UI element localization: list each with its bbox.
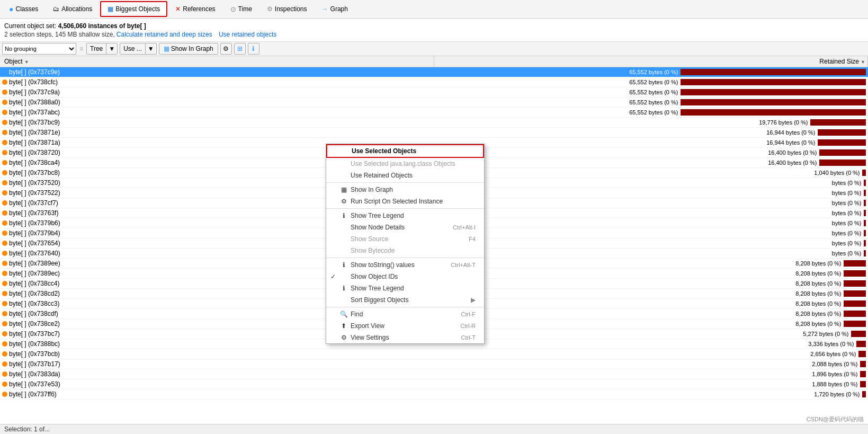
info-icon-btn[interactable]: ℹ (248, 43, 259, 55)
orange-dot (2, 170, 7, 175)
table-row[interactable]: byte[ ] (0x737bc9)19,776 bytes (0 %) (0, 118, 868, 128)
menu-checkmark: ✓ (330, 273, 337, 280)
object-name: byte[ ] (0x737bc9) (9, 119, 60, 126)
orange-dot (2, 130, 7, 135)
object-name: byte[ ] (0x7379b4) (9, 229, 60, 237)
tree-dropdown[interactable]: Tree ▼ (86, 43, 118, 55)
menu-item-show-tree-legend2[interactable]: ℹShow Tree Legend (326, 282, 484, 294)
tree-dropdown-arrow[interactable]: ▼ (106, 43, 117, 54)
menu-item-show-node-details[interactable]: Show Node DetailsCtrl+Alt-I (326, 222, 484, 233)
retained-cell: 16,944 bytes (0 %) (434, 128, 867, 138)
object-column-header[interactable]: Object ▼ (0, 56, 434, 67)
retained-cell: 8,208 bytes (0 %) (434, 289, 867, 299)
calculate-retained-link[interactable]: Calculate retained and deep sizes (117, 31, 212, 38)
menu-item-show-tree-legend[interactable]: ℹShow Tree Legend (326, 210, 484, 222)
orange-dot (2, 351, 7, 357)
use-dropdown-arrow[interactable]: ▼ (145, 43, 156, 54)
retained-value: bytes (0 %) (798, 200, 862, 206)
use-label: Use ... (120, 44, 145, 54)
table-row[interactable]: byte[ ] (0x738cfc)65,552 bytes (0 %) (0, 77, 868, 87)
tab-time[interactable]: ⊙ Time (223, 2, 259, 17)
table-row[interactable]: byte[ ] (0x7388a0)65,552 bytes (0 %) (0, 98, 868, 108)
retained-bar (844, 280, 866, 287)
menu-item-show-in-graph[interactable]: ▦Show In Graph (326, 184, 484, 196)
orange-dot (2, 371, 7, 377)
retained-cell: 2,656 bytes (0 %) (434, 349, 867, 359)
show-in-graph-btn[interactable]: ▦ Show In Graph (159, 43, 218, 55)
retained-cell: 65,552 bytes (0 %) (434, 108, 867, 118)
object-name: byte[ ] (0x738cdf) (9, 310, 58, 317)
table-row[interactable]: byte[ ] (0x737c9e)65,552 bytes (0 %) (0, 67, 868, 77)
tab-classes-label: Classes (15, 5, 38, 13)
info-bar: Current object set: 4,506,060 instances … (0, 19, 868, 42)
object-name: byte[ ] (0x738cc3) (9, 300, 59, 307)
grouping-select[interactable]: No grouping Group by class Group by pack… (2, 43, 76, 55)
table-row[interactable]: byte[ ] (0x737abc)65,552 bytes (0 %) (0, 108, 868, 118)
object-name: byte[ ] (0x737bc8) (9, 169, 60, 176)
table-row[interactable]: byte[ ] (0x737c9a)65,552 bytes (0 %) (0, 87, 868, 98)
retained-value: 16,400 bytes (0 %) (754, 149, 817, 156)
tab-references[interactable]: ✕ References (168, 2, 222, 16)
tab-inspections[interactable]: ⚙ Inspections (260, 2, 314, 16)
use-dropdown[interactable]: Use ... ▼ (120, 43, 157, 55)
menu-item-sort-biggest-objects[interactable]: Sort Biggest Objects▶ (326, 294, 484, 306)
object-name: byte[ ] (0x737bc7) (9, 330, 60, 338)
object-cell: byte[ ] (0x7388a0) (0, 98, 434, 108)
menu-item-use-selected-objects[interactable]: Use Selected Objects (326, 144, 484, 158)
table-row[interactable]: byte[ ] (0x737b17)2,088 bytes (0 %) (0, 359, 868, 369)
tab-classes[interactable]: ● Classes (2, 1, 45, 17)
retained-value: 1,896 bytes (0 %) (794, 371, 858, 377)
menu-item-label: Find (351, 311, 363, 318)
menu-item-label: Sort Biggest Objects (351, 296, 408, 304)
table-row[interactable]: byte[ ] (0x737bcb)2,656 bytes (0 %) (0, 349, 868, 359)
orange-dot (2, 291, 7, 296)
object-name: byte[ ] (0x73763f) (9, 209, 58, 217)
menu-item-icon: ⚙ (340, 198, 347, 205)
menu-item-shortcut: Ctrl+Alt-I (453, 224, 476, 231)
menu-item-show-object-ids[interactable]: ✓Show Object IDs (326, 271, 484, 282)
retained-bar (681, 69, 866, 75)
retained-cell: bytes (0 %) (434, 198, 867, 208)
retained-value: bytes (0 %) (798, 180, 862, 186)
menu-item-view-settings[interactable]: ⚙View SettingsCtrl-T (326, 332, 484, 343)
use-retained-link[interactable]: Use retained objects (219, 31, 276, 38)
retained-cell: 3,336 bytes (0 %) (434, 339, 867, 349)
show-in-graph-label: Show In Graph (171, 45, 213, 52)
tab-allocations[interactable]: 🗂 Allocations (46, 2, 99, 16)
object-name: byte[ ] (0x7389ee) (9, 260, 60, 267)
table-row[interactable]: byte[ ] (0x737ff6)1,720 bytes (0 %) (0, 389, 868, 400)
menu-item-shortcut: Ctrl-F (461, 311, 476, 317)
menu-item-run-script[interactable]: ⚙Run Script On Selected Instance (326, 196, 484, 207)
object-cell: byte[ ] (0x737e53) (0, 379, 434, 389)
table-row[interactable]: byte[ ] (0x73871e)16,944 bytes (0 %) (0, 128, 868, 138)
menu-item-label: Show In Graph (351, 186, 393, 193)
retained-value: 65,552 bytes (0 %) (615, 89, 678, 95)
retained-cell: 8,208 bytes (0 %) (434, 269, 867, 279)
object-name: byte[ ] (0x738cc4) (9, 280, 59, 287)
export-icon-btn[interactable]: ⊞ (234, 43, 246, 55)
menu-item-label: View Settings (351, 334, 389, 341)
retained-value: 16,944 bytes (0 %) (752, 129, 816, 136)
retained-cell: bytes (0 %) (434, 218, 867, 228)
tab-allocations-label: Allocations (61, 5, 92, 13)
orange-dot (2, 180, 7, 185)
table-row[interactable]: byte[ ] (0x7383da)1,896 bytes (0 %) (0, 369, 868, 379)
menu-item-show-tostring[interactable]: ℹShow toString() valuesCtrl+Alt-T (326, 259, 484, 271)
tab-graph[interactable]: → Graph (315, 2, 355, 16)
retained-cell: 1,888 bytes (0 %) (434, 379, 867, 389)
retained-size-column-header[interactable]: Retained Size ▼ (434, 56, 867, 67)
orange-dot (2, 241, 7, 246)
menu-item-export-view[interactable]: ⬆Export ViewCtrl-R (326, 320, 484, 332)
retained-cell: 5,272 bytes (0 %) (434, 329, 867, 339)
menu-item-find[interactable]: 🔍FindCtrl-F (326, 308, 484, 320)
retained-cell: 1,720 bytes (0 %) (434, 389, 867, 400)
menu-item-use-retained-objects[interactable]: Use Retained Objects (326, 170, 484, 181)
retained-bar (862, 391, 866, 397)
settings-icon-btn[interactable]: ⚙ (220, 43, 232, 55)
menu-item-icon (340, 273, 347, 280)
table-row[interactable]: byte[ ] (0x737e53)1,888 bytes (0 %) (0, 379, 868, 389)
retained-bar (844, 260, 866, 267)
retained-cell: 19,776 bytes (0 %) (434, 118, 867, 128)
retained-cell: 65,552 bytes (0 %) (434, 67, 867, 77)
tab-biggest-objects[interactable]: ▦ Biggest Objects (100, 1, 167, 17)
